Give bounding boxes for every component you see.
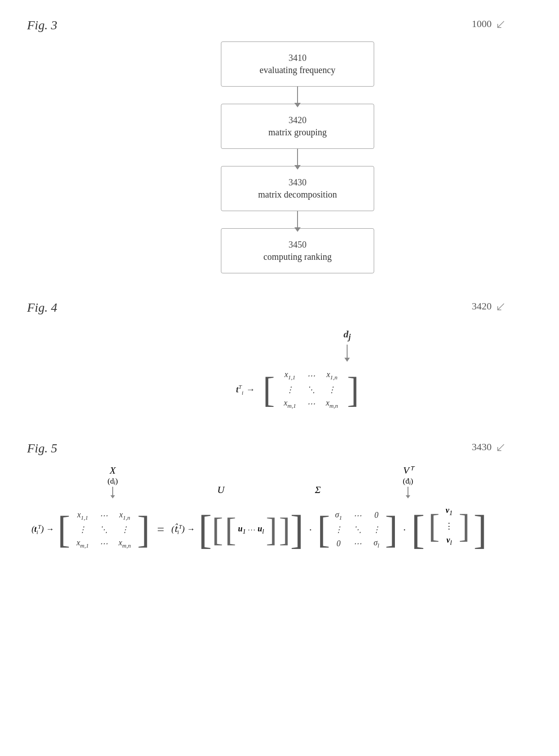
box-3410-label: evaluating frequency: [260, 65, 335, 75]
fig5-rhs-ti: (t̂iT) →: [171, 524, 195, 536]
fig4-matrix-inner: x1,1 ⋯ x1,n ⋮ ⋱ ⋮ xm,1 ⋯ xm,n: [275, 365, 347, 414]
fig4-cell-1: ⋯: [307, 371, 315, 381]
fig5-sigma-label: Σ: [315, 484, 321, 496]
fig5-equals: =: [157, 522, 164, 537]
fig4-cell-8: xm,n: [326, 398, 338, 410]
fig5-sigma-header: Σ: [280, 484, 356, 496]
fig5-x-bracket-l: [: [58, 512, 70, 547]
u-dots: ⋯: [247, 525, 256, 535]
fig4-dj-label: dj: [344, 328, 351, 342]
u-inner-bracket-r2: ]: [279, 514, 290, 545]
vt-inner-bracket-l: [: [428, 511, 440, 541]
fig4-ti-label: tTi →: [236, 383, 255, 396]
svg-line-2: [498, 444, 504, 451]
fig5-u-label: U: [217, 484, 225, 496]
flow-box-3450: 3450 computing ranking: [221, 228, 374, 273]
fig3-section: Fig. 3 1000 3410 evaluating frequency 34…: [27, 18, 532, 273]
fig5-u-header: U: [180, 484, 261, 496]
vt-inner-bracket-r: ]: [458, 511, 470, 541]
fig5-x-label: X: [110, 465, 115, 476]
vt-vdots: ⋮: [445, 521, 453, 531]
svg-line-0: [498, 21, 504, 28]
fig4-content: dj tTi → [ x1,1 ⋯ x1,n ⋮ ⋱: [63, 328, 532, 414]
fig4-bracket-left: [: [263, 372, 275, 408]
fig5-vt-label: Vᵀ: [403, 465, 412, 476]
vt-vec-1: v1: [445, 506, 453, 517]
u-vec-l: ul: [257, 524, 264, 535]
fig5-dot2: ·: [403, 524, 406, 536]
fig5-ref: 3430: [472, 441, 505, 453]
box-3450-label: computing ranking: [263, 252, 332, 262]
box-3430-num: 3430: [289, 177, 307, 188]
flow-box-3430: 3430 matrix decomposition: [221, 166, 374, 211]
fig5-x-header: X (dⱼ): [72, 465, 153, 496]
vt-vec-l: vl: [446, 535, 452, 547]
fig5-sigma-bracket-l: [: [317, 512, 330, 547]
fig4-cell-3: ⋮: [286, 385, 294, 395]
flowchart: 3410 evaluating frequency 3420 matrix gr…: [63, 41, 532, 273]
fig5-lhs: (tiT) →: [32, 524, 54, 536]
fig5-u-outer-bracket-r: ]: [290, 512, 304, 548]
fig3-label: Fig. 3: [27, 18, 532, 32]
fig5-sigma-inner: σ1 ⋯ 0 ⋮ ⋱ ⋮ 0 ⋯ σl: [330, 507, 385, 552]
arrow-3: [297, 211, 298, 228]
fig5-hat-ti-label: (t̂iT) →: [171, 524, 195, 536]
u-vec-1: u1: [238, 524, 246, 535]
box-3410-num: 3410: [289, 53, 307, 63]
arrow-1: [297, 87, 298, 104]
flow-box-3410: 3410 evaluating frequency: [221, 41, 374, 87]
fig3-ref: 1000: [472, 18, 505, 30]
fig4-matrix: [ x1,1 ⋯ x1,n ⋮ ⋱ ⋮ xm,1 ⋯ xm,n ]: [263, 365, 359, 414]
fig5-sigma-bracket-r: ]: [385, 512, 398, 547]
fig5-label: Fig. 5: [27, 441, 532, 456]
fig5-x-bracket-r: ]: [137, 512, 150, 547]
fig5-x-matrix-inner: x1,1 ⋯ x1,n ⋮ ⋱ ⋮ xm,1 ⋯ xm,n: [70, 507, 137, 552]
fig4-cell-0: x1,1: [284, 370, 295, 381]
fig5-dot1: ·: [309, 524, 312, 536]
u-inner-bracket-l2: [: [225, 514, 236, 545]
fig5-vt-bracket-r: ]: [473, 512, 487, 548]
page: Fig. 3 1000 3410 evaluating frequency 34…: [0, 0, 559, 756]
fig5-vt-header: Vᵀ (đⱼ): [374, 465, 442, 496]
fig4-cell-5: ⋮: [328, 385, 336, 395]
fig5-equation-row: (tiT) → [ x1,1 ⋯ x1,n ⋮ ⋱ ⋮ xm,1 ⋯: [32, 498, 532, 562]
fig4-section: Fig. 4 3420 dj tTi →: [27, 300, 532, 414]
fig5-x-matrix: [ x1,1 ⋯ x1,n ⋮ ⋱ ⋮ xm,1 ⋯ xm,n ]: [58, 507, 150, 552]
fig4-ref: 3420: [472, 300, 505, 312]
box-3430-label: matrix decomposition: [258, 189, 337, 200]
box-3450-num: 3450: [289, 240, 307, 250]
vt-vec-col: v1 ⋮ vl: [445, 502, 453, 550]
fig4-matrix-diagram: tTi → [ x1,1 ⋯ x1,n ⋮ ⋱ ⋮ xm,1 ⋯ xm,n: [236, 365, 359, 414]
fig4-cell-2: x1,n: [326, 370, 337, 381]
arrow-2: [297, 149, 298, 166]
fig5-ti-label: (tiT) →: [32, 524, 54, 536]
fig5-sigma-matrix: [ σ1 ⋯ 0 ⋮ ⋱ ⋮ 0 ⋯ σl ]: [317, 507, 398, 552]
fig5-content: X (dⱼ) U Σ Vᵀ (đⱼ): [32, 465, 532, 562]
u-inner-bracket-r1: ]: [266, 514, 277, 545]
fig5-section: Fig. 5 3430 X (dⱼ) U: [27, 441, 532, 562]
flow-box-3420: 3420 matrix grouping: [221, 104, 374, 149]
box-3420-num: 3420: [289, 115, 307, 125]
fig4-cell-4: ⋱: [307, 385, 315, 395]
u-inner-bracket-l1: [: [212, 514, 223, 545]
fig4-cell-6: xm,1: [284, 398, 296, 410]
fig5-vt-sub: (đⱼ): [403, 476, 413, 486]
fig4-cell-7: ⋯: [307, 399, 315, 409]
fig5-vt-inner: [ v1 ⋮ vl ]: [425, 498, 473, 562]
fig5-vt-matrix: [ [ v1 ⋮ vl ] ]: [411, 498, 487, 562]
fig4-dj-arrow: [347, 345, 348, 358]
fig5-u-outer-bracket-l: [: [198, 512, 212, 548]
fig5-x-sub: (dⱼ): [108, 476, 118, 486]
fig5-vt-bracket-l: [: [411, 512, 425, 548]
fig5-x-arrow: [112, 487, 113, 496]
fig5-u-matrix: [ [ [ u1 ⋯ ul ] ] ]: [198, 512, 304, 548]
svg-line-1: [498, 304, 504, 310]
fig5-u-inner: [ [ u1 ⋯ ul ] ]: [212, 514, 290, 545]
box-3420-label: matrix grouping: [268, 127, 326, 138]
fig4-bracket-right: ]: [347, 372, 359, 408]
fig5-vt-arrow: [408, 487, 408, 496]
fig4-label: Fig. 4: [27, 300, 532, 315]
